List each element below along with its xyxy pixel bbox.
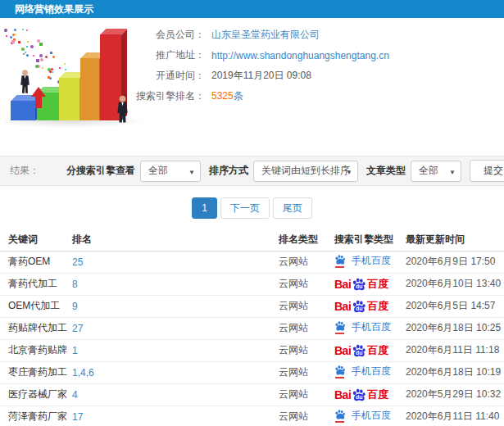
- mobile-baidu-logo: 手机百度: [334, 254, 391, 268]
- confetti-dot: [64, 63, 66, 65]
- engine-cell: Bai du 百度: [334, 339, 406, 361]
- baidu-logo-du: du: [356, 283, 363, 288]
- baidu-paw: du: [352, 387, 366, 402]
- table-header-row: 关键词 排名 排名类型 搜索引擎类型 最新更新时间: [0, 229, 504, 251]
- rank-link[interactable]: 4: [72, 383, 279, 406]
- mobile-baidu-icon: [334, 320, 347, 334]
- opened-label: 开通时间：: [131, 69, 205, 83]
- page-title: 网络营销效果展示: [15, 2, 93, 16]
- businessman-figure-right: [116, 95, 129, 134]
- confetti-dot: [39, 54, 43, 57]
- page-header: 网络营销效果展示: [0, 0, 504, 18]
- engine-select-value: 全部: [148, 164, 168, 178]
- sort-label: 排序方式: [209, 164, 248, 178]
- confetti-dot: [11, 40, 15, 43]
- baidu-logo-bai: Bai: [334, 388, 351, 401]
- site-row: 推广地址： http://www.shandonghuangshengtang.…: [131, 45, 504, 66]
- confetti-dot: [23, 53, 25, 55]
- baidu-paw: du: [352, 343, 366, 358]
- red-underline: [335, 333, 344, 334]
- mobile-baidu-logo: 手机百度: [334, 365, 391, 378]
- rank-type-cell: 云网站: [279, 339, 334, 361]
- sort-select[interactable]: 关键词由短到长排序 ▼: [253, 161, 358, 182]
- rank-link[interactable]: 1,4,6: [72, 361, 279, 383]
- rank-type-cell: 云网站: [279, 406, 334, 426]
- keyword-cell: 药贴牌代加工: [0, 317, 72, 339]
- confetti-dot: [52, 56, 55, 58]
- bar-4: [80, 58, 99, 120]
- red-underline: [335, 377, 344, 378]
- rank-link[interactable]: 25: [72, 251, 279, 273]
- confetti-dot: [27, 41, 29, 43]
- article-type-label: 文章类型: [366, 164, 406, 178]
- engine-cell: 手机百度: [334, 361, 406, 383]
- up-arrow-icon: [31, 87, 46, 108]
- bar-chart-illustration: [4, 29, 148, 139]
- company-link[interactable]: 山东皇圣堂药业有限公司: [211, 28, 320, 42]
- updated-cell: 2020年6月18日 10:19: [406, 361, 504, 383]
- rank-link[interactable]: 8: [72, 273, 279, 295]
- opened-row: 开通时间： 2019年11月20日 09:08: [131, 66, 504, 86]
- engine-cell: Bai du 百度: [334, 273, 406, 295]
- col-engine-type: 搜索引擎类型: [334, 229, 406, 251]
- baidu-logo-bai: Bai: [334, 300, 351, 313]
- baidu-logo-name: 百度: [367, 343, 388, 358]
- confetti-dot: [4, 29, 7, 32]
- mobile-baidu-icon: [334, 409, 347, 423]
- next-page-button[interactable]: 下一页: [220, 197, 270, 219]
- chevron-down-icon: ▼: [346, 169, 352, 176]
- rank-count-suffix: 条: [234, 90, 243, 102]
- rank-link[interactable]: 17: [72, 406, 279, 426]
- confetti-dot: [15, 34, 16, 35]
- top-section: 会员公司： 山东皇圣堂药业有限公司 推广地址： http://www.shand…: [0, 18, 504, 156]
- baidu-paw: du: [352, 277, 366, 292]
- keyword-cell: 膏药代加工: [0, 273, 72, 295]
- keyword-cell: OEM代加工: [0, 295, 72, 317]
- col-rank-type: 排名类型: [279, 229, 334, 251]
- businessman-figure-left: [19, 70, 31, 102]
- updated-cell: 2020年6月18日 10:25: [406, 317, 504, 339]
- opened-value: 2019年11月20日 09:08: [211, 69, 311, 83]
- confetti-dot: [22, 29, 24, 30]
- rank-type-cell: 云网站: [279, 361, 334, 383]
- pagination: 1 下一页 尾页: [0, 186, 504, 229]
- keyword-cell: 医疗器械厂家: [0, 383, 72, 406]
- table-row: OEM代加工 9 云网站 Bai du 百度 2020年6月5日 14:57: [0, 295, 504, 317]
- site-link[interactable]: http://www.shandonghuangshengtang.cn: [211, 50, 389, 61]
- baidu-paw-icon: [334, 254, 346, 265]
- chevron-down-icon: ▼: [188, 169, 195, 176]
- confetti-dot: [59, 67, 61, 69]
- rank-type-cell: 云网站: [279, 273, 334, 295]
- engine-cell: Bai du 百度: [334, 383, 406, 406]
- page-1-button[interactable]: 1: [192, 197, 217, 219]
- rank-link[interactable]: 9: [72, 295, 279, 317]
- updated-cell: 2020年5月29日 10:32: [406, 383, 504, 406]
- rank-type-cell: 云网站: [279, 251, 334, 273]
- rank-type-cell: 云网站: [279, 383, 334, 406]
- updated-cell: 2020年6月11日 11:18: [406, 339, 504, 361]
- engine-cell: Bai du 百度: [334, 295, 406, 317]
- last-page-button[interactable]: 尾页: [273, 197, 312, 219]
- engine-select[interactable]: 全部 ▼: [140, 161, 201, 182]
- table-row: 膏药OEM 25 云网站 手机百度 2020年6月9日 17:50: [0, 251, 504, 273]
- confetti-dot: [25, 52, 26, 53]
- red-underline: [335, 421, 344, 423]
- confetti-dot: [45, 56, 48, 58]
- confetti-dot: [51, 68, 53, 70]
- baidu-logo: Bai du 百度: [334, 387, 388, 402]
- mobile-baidu-label: 手机百度: [352, 254, 391, 268]
- site-label: 推广地址：: [131, 48, 205, 62]
- updated-cell: 2020年6月9日 17:50: [406, 251, 504, 273]
- rank-link[interactable]: 27: [72, 317, 279, 339]
- submit-button[interactable]: 提交: [470, 160, 504, 182]
- mobile-baidu-icon: [334, 254, 347, 268]
- updated-cell: 2020年6月10日 13:40: [406, 273, 504, 295]
- article-type-select[interactable]: 全部 ▼: [411, 161, 461, 182]
- baidu-paw: du: [352, 299, 366, 314]
- rank-count-row: 搜索引擎排名： 5325条: [131, 86, 504, 106]
- baidu-logo-name: 百度: [367, 277, 388, 292]
- rank-link[interactable]: 1: [72, 339, 279, 361]
- baidu-paw-icon: [334, 365, 346, 376]
- confetti-dot: [23, 48, 25, 49]
- rank-type-cell: 云网站: [279, 317, 334, 339]
